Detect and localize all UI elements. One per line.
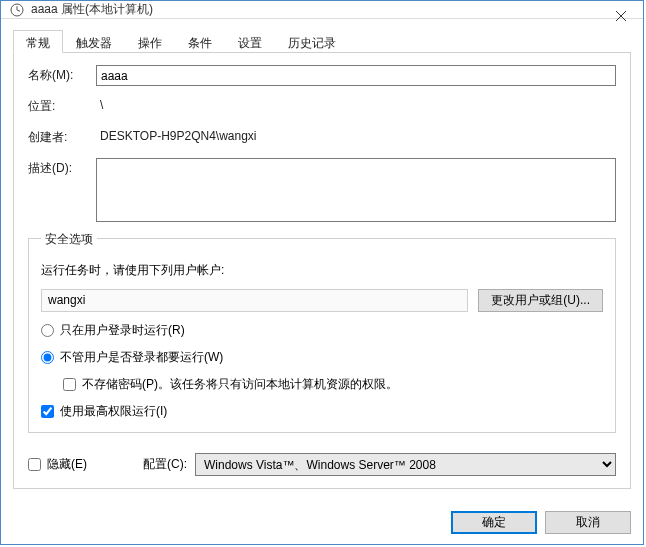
check-highest[interactable]: 使用最高权限运行(I): [41, 403, 603, 420]
label-config: 配置(C):: [143, 456, 187, 473]
check-highest-input[interactable]: [41, 405, 54, 418]
window-title: aaaa 属性(本地计算机): [31, 1, 153, 18]
check-hidden-input[interactable]: [28, 458, 41, 471]
tab-settings[interactable]: 设置: [225, 30, 275, 53]
dialog-buttons: 确定 取消: [1, 501, 643, 546]
radio-only-logged-input[interactable]: [41, 324, 54, 337]
radio-only-logged-label: 只在用户登录时运行(R): [60, 322, 185, 339]
location-value: \: [96, 96, 616, 117]
radio-always[interactable]: 不管用户是否登录都要运行(W): [41, 349, 603, 366]
tab-triggers[interactable]: 触发器: [63, 30, 125, 53]
tab-general[interactable]: 常规: [13, 30, 63, 53]
titlebar: aaaa 属性(本地计算机): [1, 1, 643, 19]
check-hidden[interactable]: 隐藏(E): [28, 456, 87, 473]
dialog-window: aaaa 属性(本地计算机) 常规 触发器 操作 条件 设置 历史记录 名称(M…: [0, 0, 644, 545]
check-hidden-label: 隐藏(E): [47, 456, 87, 473]
clock-icon: [9, 2, 25, 18]
cancel-button[interactable]: 取消: [545, 511, 631, 534]
author-value: DESKTOP-H9P2QN4\wangxi: [96, 127, 616, 148]
run-as-prompt: 运行任务时，请使用下列用户帐户:: [41, 262, 603, 279]
security-legend: 安全选项: [41, 231, 97, 248]
tab-history[interactable]: 历史记录: [275, 30, 349, 53]
label-name: 名称(M):: [28, 67, 88, 84]
label-author: 创建者:: [28, 129, 88, 146]
ok-button[interactable]: 确定: [451, 511, 537, 534]
change-user-button[interactable]: 更改用户或组(U)...: [478, 289, 603, 312]
security-group: 安全选项 运行任务时，请使用下列用户帐户: wangxi 更改用户或组(U)..…: [28, 238, 616, 433]
tab-actions[interactable]: 操作: [125, 30, 175, 53]
radio-only-logged[interactable]: 只在用户登录时运行(R): [41, 322, 603, 339]
description-input[interactable]: [96, 158, 616, 222]
check-highest-label: 使用最高权限运行(I): [60, 403, 167, 420]
config-select[interactable]: Windows Vista™、Windows Server™ 2008: [195, 453, 616, 476]
check-no-store-input[interactable]: [63, 378, 76, 391]
name-input[interactable]: [96, 65, 616, 86]
tab-strip: 常规 触发器 操作 条件 设置 历史记录: [13, 29, 631, 53]
radio-always-input[interactable]: [41, 351, 54, 364]
tab-conditions[interactable]: 条件: [175, 30, 225, 53]
close-button[interactable]: [598, 1, 643, 30]
label-location: 位置:: [28, 98, 88, 115]
run-as-user: wangxi: [41, 289, 468, 312]
content-area: 常规 触发器 操作 条件 设置 历史记录 名称(M): 位置: \ 创建者: D…: [1, 19, 643, 501]
check-no-store[interactable]: 不存储密码(P)。该任务将只有访问本地计算机资源的权限。: [63, 376, 603, 393]
svg-line-2: [17, 10, 20, 11]
check-no-store-label: 不存储密码(P)。该任务将只有访问本地计算机资源的权限。: [82, 376, 398, 393]
radio-always-label: 不管用户是否登录都要运行(W): [60, 349, 223, 366]
tab-panel-general: 名称(M): 位置: \ 创建者: DESKTOP-H9P2QN4\wangxi…: [13, 53, 631, 489]
label-description: 描述(D):: [28, 158, 88, 177]
